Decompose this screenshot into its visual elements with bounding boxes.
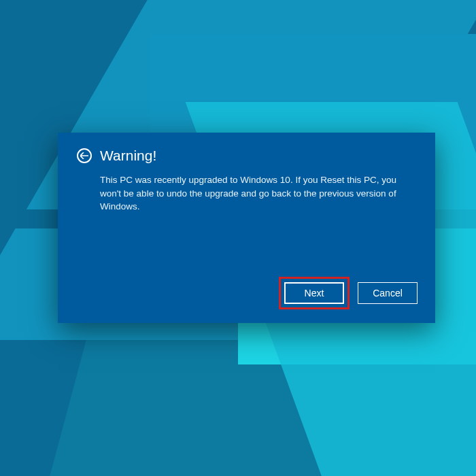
cancel-button[interactable]: Cancel [358, 282, 418, 304]
next-button[interactable]: Next [284, 282, 344, 304]
dialog-message: This PC was recently upgraded to Windows… [77, 173, 416, 214]
warning-dialog: Warning! This PC was recently upgraded t… [58, 133, 435, 323]
dialog-title: Warning! [100, 148, 156, 164]
back-icon[interactable] [77, 148, 92, 163]
next-button-highlight: Next [279, 277, 350, 309]
dialog-header: Warning! [77, 148, 416, 164]
dialog-footer: Next Cancel [279, 277, 418, 309]
